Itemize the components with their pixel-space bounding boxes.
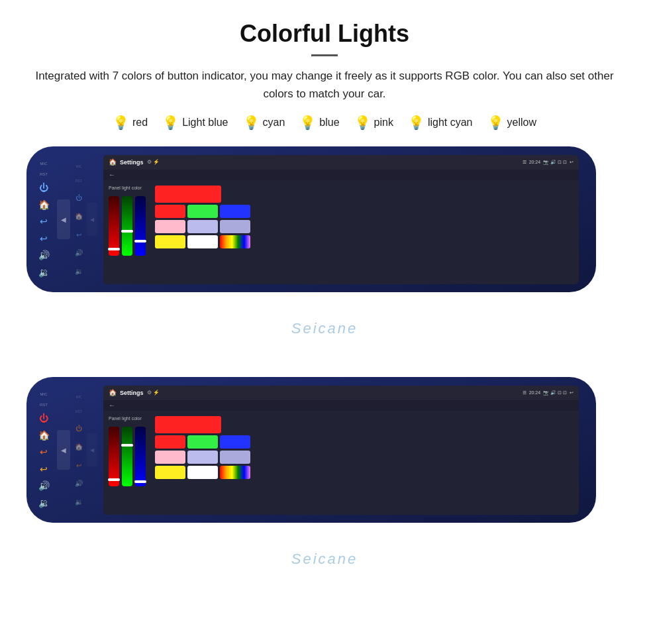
bulb-pink: 💡 (354, 115, 371, 131)
color-list: 💡 red 💡 Light blue 💡 cyan 💡 blue 💡 pink … (26, 115, 623, 131)
color-label-yellow: yellow (507, 117, 536, 129)
color-label-pink: pink (374, 117, 393, 129)
bulb-lightblue: 💡 (162, 115, 179, 131)
color-label-lightblue: Light blue (182, 117, 228, 129)
device-section-bottom: MIC RST ⏻ 🏠 ↩ ↩ 🔊 🔉 ◀ MIC RST ⏻ (26, 377, 623, 568)
page-title: Colorful Lights (26, 20, 623, 48)
title-divider (311, 54, 338, 56)
main-screen-top: 🏠 Settings ⚙ ⚡ ☰ 20:24 📷 🔊 ⊡ ⊡ ↩ (103, 155, 579, 284)
status-time: 20:24 (529, 160, 541, 164)
title-section: Colorful Lights Integrated with 7 colors… (26, 20, 623, 103)
color-item-lightblue: 💡 Light blue (162, 115, 228, 131)
description-text: Integrated with 7 colors of button indic… (26, 67, 623, 103)
color-item-lightcyan: 💡 light cyan (408, 115, 473, 131)
color-item-cyan: 💡 cyan (243, 115, 285, 131)
color-item-blue: 💡 blue (299, 115, 339, 131)
page-container: Colorful Lights Integrated with 7 colors… (0, 0, 649, 601)
bulb-lightcyan: 💡 (408, 115, 424, 131)
color-item-pink: 💡 pink (354, 115, 393, 131)
main-screen-bottom: 🏠 Settings ⚙ ⚡ ☰ 20:24 📷 🔊 ⊡ ⊡ ↩ (103, 386, 579, 515)
color-label-lightcyan: light cyan (428, 117, 473, 129)
color-label-red: red (132, 117, 148, 129)
color-label-cyan: cyan (263, 117, 285, 129)
bulb-red: 💡 (113, 115, 129, 131)
color-label-blue: blue (319, 117, 339, 129)
color-item-red: 💡 red (113, 115, 148, 131)
bulb-blue: 💡 (299, 115, 316, 131)
bulb-cyan: 💡 (243, 115, 260, 131)
device-section-top: MIC RST ⏻ 🏠 ↩ ↩ 🔊 🔉 ◀ MIC RST ⏻ (26, 146, 623, 337)
bulb-yellow: 💡 (487, 115, 504, 131)
panel-label: Panel light color (109, 186, 146, 190)
color-item-yellow: 💡 yellow (487, 115, 536, 131)
screen-title: Settings (120, 159, 144, 166)
